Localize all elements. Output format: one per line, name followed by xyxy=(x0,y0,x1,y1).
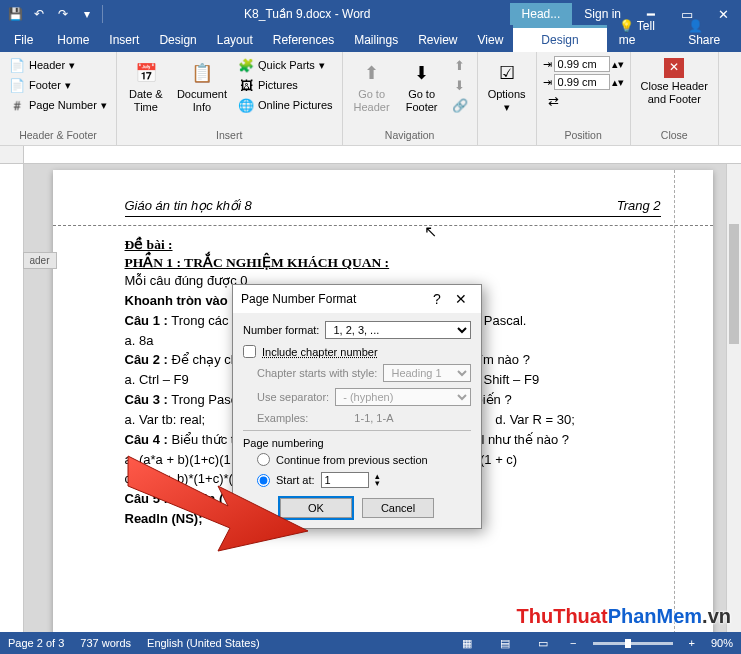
goto-footer-icon: ⬇ xyxy=(407,58,437,88)
header-text-left: Giáo án tin học khối 8 xyxy=(125,198,252,213)
view-web-layout[interactable]: ▭ xyxy=(532,637,554,650)
header-tag: ader xyxy=(23,252,57,269)
nav-prev: ⬆ xyxy=(449,56,471,74)
separator-label: Use separator: xyxy=(257,391,329,403)
goto-footer-button[interactable]: ⬇Go to Footer xyxy=(399,56,445,115)
quick-parts-button[interactable]: 🧩Quick Parts ▾ xyxy=(235,56,336,74)
doc-info-icon: 📋 xyxy=(187,58,217,88)
vertical-ruler[interactable] xyxy=(0,164,24,634)
ribbon: 📄Header ▾ 📄Footer ▾ #️Page Number ▾ Head… xyxy=(0,52,741,146)
view-read-mode[interactable]: ▦ xyxy=(456,637,478,650)
view-print-layout[interactable]: ▤ xyxy=(494,637,516,650)
tab-review[interactable]: Review xyxy=(408,28,467,52)
insert-align-tab[interactable]: ⇄ xyxy=(543,92,624,110)
tab-view[interactable]: View xyxy=(468,28,514,52)
date-time-button[interactable]: 📅Date & Time xyxy=(123,56,169,115)
tab-references[interactable]: References xyxy=(263,28,344,52)
cancel-button[interactable]: Cancel xyxy=(362,498,434,518)
dialog-close-button[interactable]: ✕ xyxy=(449,291,473,307)
tab-hf-design[interactable]: Design xyxy=(513,25,606,52)
tab-home[interactable]: Home xyxy=(47,28,99,52)
zoom-in[interactable]: + xyxy=(689,637,695,649)
close-icon: ✕ xyxy=(664,58,684,78)
zoom-out[interactable]: − xyxy=(570,637,576,649)
page-number-menu[interactable]: #️Page Number ▾ xyxy=(6,96,110,114)
examples-label: Examples: xyxy=(257,412,308,424)
footer-menu[interactable]: 📄Footer ▾ xyxy=(6,76,110,94)
dialog-title: Page Number Format xyxy=(241,292,425,306)
quick-parts-icon: 🧩 xyxy=(238,57,254,73)
tab-design[interactable]: Design xyxy=(149,28,206,52)
calendar-icon: 📅 xyxy=(131,58,161,88)
page-number-format-dialog: Page Number Format ? ✕ Number format: 1,… xyxy=(232,284,482,529)
group-header-footer: Header & Footer xyxy=(6,127,110,141)
tab-file[interactable]: File xyxy=(0,28,47,52)
status-words[interactable]: 737 words xyxy=(80,637,131,649)
pictures-icon: 🖼 xyxy=(238,77,254,93)
ok-button[interactable]: OK xyxy=(280,498,352,518)
examples-value: 1-1, 1-A xyxy=(354,412,471,424)
zoom-slider[interactable] xyxy=(593,642,673,645)
vertical-scrollbar[interactable] xyxy=(726,164,741,634)
share-button[interactable]: 👤 Share xyxy=(676,14,741,52)
redo-button[interactable]: ↷ xyxy=(52,3,74,25)
nav-link: 🔗 xyxy=(449,96,471,114)
watermark: ThuThuatPhanMem.vn xyxy=(517,605,731,628)
dialog-help-button[interactable]: ? xyxy=(425,291,449,307)
status-bar: Page 2 of 3 737 words English (United St… xyxy=(0,632,741,654)
status-page[interactable]: Page 2 of 3 xyxy=(8,637,64,649)
quick-access-toolbar: 💾 ↶ ↷ ▾ xyxy=(0,3,105,25)
start-at-label: Start at: xyxy=(276,474,315,486)
start-at-radio[interactable] xyxy=(257,474,270,487)
page-numbering-label: Page numbering xyxy=(243,437,471,449)
separator-select: - (hyphen) xyxy=(335,388,471,406)
document-info-button[interactable]: 📋Document Info xyxy=(173,56,231,115)
options-button[interactable]: ☑Options▾ xyxy=(484,56,530,115)
online-pictures-button[interactable]: 🌐Online Pictures xyxy=(235,96,336,114)
goto-header-icon: ⬆ xyxy=(357,58,387,88)
number-format-select[interactable]: 1, 2, 3, ... xyxy=(325,321,471,339)
ribbon-tabs: File Home Insert Design Layout Reference… xyxy=(0,28,741,52)
header-from-top[interactable]: ⇥▴▾ xyxy=(543,56,624,72)
group-close: Close xyxy=(637,127,712,141)
goto-header-button[interactable]: ⬆Go to Header xyxy=(349,56,395,115)
tab-mailings[interactable]: Mailings xyxy=(344,28,408,52)
qat-customize[interactable]: ▾ xyxy=(76,3,98,25)
zoom-level[interactable]: 90% xyxy=(711,637,733,649)
number-format-label: Number format: xyxy=(243,324,319,336)
header-icon: 📄 xyxy=(9,57,25,73)
header-menu[interactable]: 📄Header ▾ xyxy=(6,56,110,74)
page-number-icon: #️ xyxy=(9,97,25,113)
tab-insert[interactable]: Insert xyxy=(99,28,149,52)
header-text-right: Trang 2 xyxy=(617,198,661,213)
save-button[interactable]: 💾 xyxy=(4,3,26,25)
status-lang[interactable]: English (United States) xyxy=(147,637,260,649)
pictures-button[interactable]: 🖼Pictures xyxy=(235,76,336,94)
include-chapter-checkbox[interactable] xyxy=(243,345,256,358)
group-insert: Insert xyxy=(123,127,336,141)
footer-icon: 📄 xyxy=(9,77,25,93)
tell-me[interactable]: 💡 Tell me xyxy=(607,14,677,52)
document-title: K8_Tuần 9.docx - Word xyxy=(105,7,510,21)
footer-from-bottom[interactable]: ⇥▴▾ xyxy=(543,74,624,90)
chapter-style-select: Heading 1 xyxy=(383,364,471,382)
options-icon: ☑ xyxy=(492,58,522,88)
undo-button[interactable]: ↶ xyxy=(28,3,50,25)
start-at-input[interactable] xyxy=(321,472,369,488)
group-navigation: Navigation xyxy=(349,127,471,141)
spinner-icon[interactable]: ▴▾ xyxy=(375,473,380,487)
nav-next: ⬇ xyxy=(449,76,471,94)
doc-line: PHẦN 1 : TRẮC NGHIỆM KHÁCH QUAN : xyxy=(125,254,661,271)
tab-layout[interactable]: Layout xyxy=(207,28,263,52)
continue-radio[interactable] xyxy=(257,453,270,466)
group-options xyxy=(484,127,530,141)
group-position: Position xyxy=(543,127,624,141)
continue-label: Continue from previous section xyxy=(276,454,428,466)
chapter-style-label: Chapter starts with style: xyxy=(257,367,377,379)
context-tab-label: Head... xyxy=(510,3,573,25)
close-header-footer-button[interactable]: ✕Close Header and Footer xyxy=(637,56,712,107)
horizontal-ruler[interactable] xyxy=(0,146,741,164)
include-chapter-label: Include chapter number xyxy=(262,346,378,358)
online-pictures-icon: 🌐 xyxy=(238,97,254,113)
doc-line: Đề bài : xyxy=(125,236,661,253)
